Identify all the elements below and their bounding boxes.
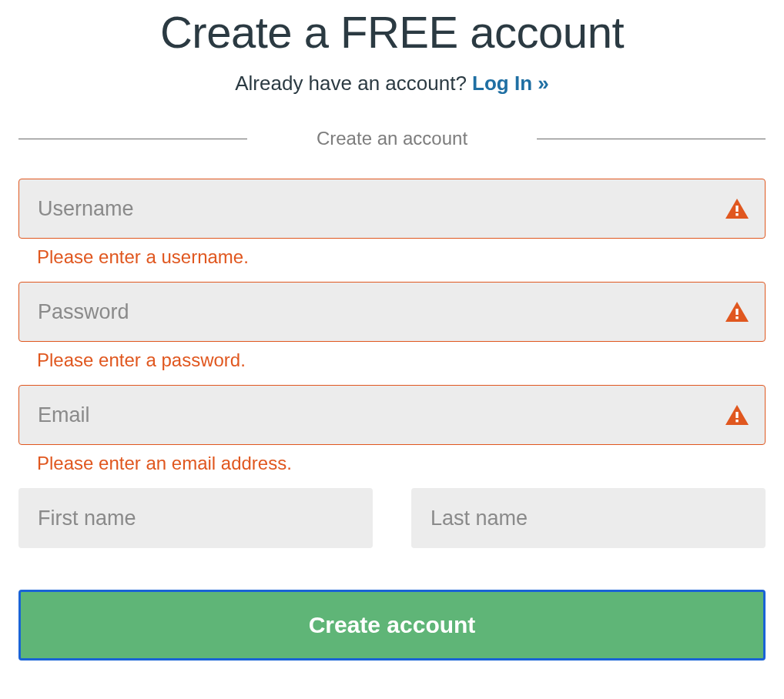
last-name-wrapper <box>411 488 766 548</box>
password-error: Please enter a password. <box>37 350 766 371</box>
email-group: Please enter an email address. <box>18 385 766 474</box>
warning-icon <box>725 199 749 219</box>
first-name-input[interactable] <box>18 488 373 548</box>
divider-line-right <box>537 139 766 139</box>
password-input[interactable] <box>18 282 766 342</box>
first-name-wrapper <box>18 488 373 548</box>
svg-rect-4 <box>735 412 738 418</box>
email-error: Please enter an email address. <box>37 453 766 474</box>
subtitle-prefix: Already have an account? <box>235 72 472 95</box>
svg-rect-1 <box>735 213 738 216</box>
warning-icon <box>725 405 749 425</box>
divider-line-left <box>18 139 247 139</box>
last-name-input[interactable] <box>411 488 766 548</box>
warning-icon <box>725 302 749 322</box>
divider-label: Create an account <box>247 128 537 149</box>
svg-rect-0 <box>735 206 738 212</box>
name-row <box>18 488 766 548</box>
password-wrapper <box>18 282 766 342</box>
section-divider: Create an account <box>18 128 766 149</box>
email-wrapper <box>18 385 766 445</box>
create-account-button[interactable]: Create account <box>18 590 766 661</box>
svg-rect-3 <box>735 316 738 319</box>
password-group: Please enter a password. <box>18 282 766 371</box>
subtitle: Already have an account? Log In » <box>18 72 766 95</box>
svg-rect-5 <box>735 420 738 422</box>
login-link[interactable]: Log In » <box>472 72 549 95</box>
username-wrapper <box>18 179 766 239</box>
email-input[interactable] <box>18 385 766 445</box>
username-group: Please enter a username. <box>18 179 766 268</box>
page-title: Create a FREE account <box>18 6 766 58</box>
username-error: Please enter a username. <box>37 246 766 268</box>
username-input[interactable] <box>18 179 766 239</box>
svg-rect-2 <box>735 309 738 315</box>
